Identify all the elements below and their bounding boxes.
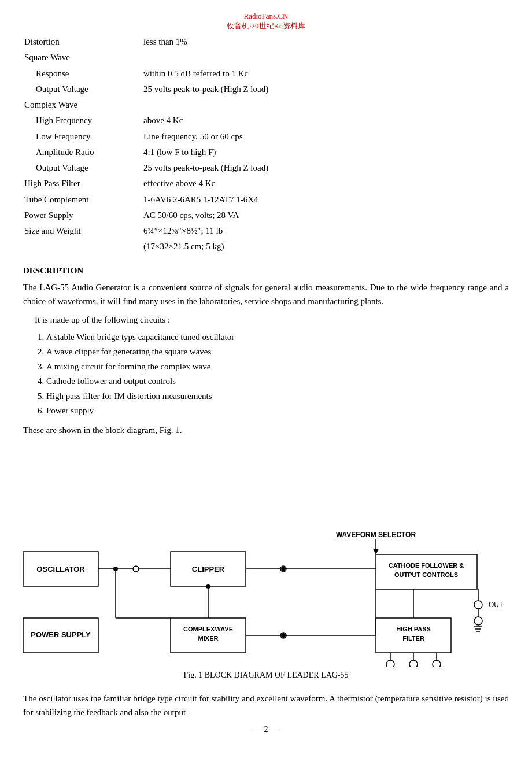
spec-value: (17×32×21.5 cm; 5 kg) xyxy=(141,239,508,254)
watermark: RadioFans.CN 收音机·20世纪Kc资料库 xyxy=(23,12,509,31)
closing-para: The oscillator uses the familiar bridge … xyxy=(23,691,509,719)
spec-row: Square Wave xyxy=(24,50,508,65)
spec-value xyxy=(141,98,508,112)
svg-marker-12 xyxy=(373,549,379,554)
spec-label: Power Supply xyxy=(24,208,140,223)
svg-point-52 xyxy=(281,633,286,638)
spec-row: Complex Wave xyxy=(24,98,508,112)
spec-row: Power SupplyAC 50/60 cps, volts; 28 VA xyxy=(24,208,508,223)
list-item: Cathode follower and output controls xyxy=(46,374,509,389)
watermark-line1: RadioFans.CN xyxy=(244,12,289,20)
list-item: Power supply xyxy=(46,404,509,419)
spec-label: Output Voltage xyxy=(24,82,140,97)
svg-text:FILTER: FILTER xyxy=(402,635,424,642)
page-number: — 2 — xyxy=(23,725,509,734)
spec-label: Low Frequency xyxy=(24,130,140,144)
spec-value xyxy=(141,50,508,65)
list-item: A mixing circuit for forming the complex… xyxy=(46,360,509,375)
spec-value: 6¾″×12⅝″×8½″; 11 lb xyxy=(141,224,508,238)
description-section: DESCRIPTION The LAG-55 Audio Generator i… xyxy=(23,266,509,437)
spec-value: less than 1% xyxy=(141,35,508,49)
svg-text:IN: IN xyxy=(388,667,395,667)
description-para1: The LAG-55 Audio Generator is a convenie… xyxy=(23,280,509,308)
svg-text:MIXER: MIXER xyxy=(198,635,219,642)
spec-label: Size and Weight xyxy=(24,224,140,238)
spec-value: 4:1 (low F to high F) xyxy=(141,145,508,160)
spec-label: High Pass Filter xyxy=(24,176,140,191)
block-diagram-svg-wrapper: OSCILLATOR CLIPPER WAVEFORM SELECTOR CAT… xyxy=(17,448,515,667)
spec-value: effective above 4 Kc xyxy=(141,176,508,191)
spec-label: Tube Complement xyxy=(24,193,140,207)
svg-text:CLIPPER: CLIPPER xyxy=(192,565,225,574)
svg-point-3 xyxy=(133,566,139,572)
spec-row: Distortionless than 1% xyxy=(24,35,508,49)
svg-text:POWER SUPPLY: POWER SUPPLY xyxy=(31,630,91,639)
list-item: A stable Wien bridge typs capacitance tu… xyxy=(46,330,509,345)
watermark-line2: 收音机·20世纪Kc资料库 xyxy=(227,21,305,30)
spec-row: Output Voltage25 volts peak-to-peak (Hig… xyxy=(24,82,508,97)
spec-row: (17×32×21.5 cm; 5 kg) xyxy=(24,239,508,254)
spec-row: Low FrequencyLine frequency, 50 or 60 cp… xyxy=(24,130,508,144)
spec-value: AC 50/60 cps, volts; 28 VA xyxy=(141,208,508,223)
description-after: These are shown in the block diagram, Fi… xyxy=(23,423,509,437)
spec-value: 25 volts peak-to-peak (High Z load) xyxy=(141,161,508,175)
spec-label: Response xyxy=(24,66,140,81)
spec-row: Output Voltage25 volts peak-to-peak (Hig… xyxy=(24,161,508,175)
svg-text:WAVEFORM SELECTOR: WAVEFORM SELECTOR xyxy=(336,531,416,539)
svg-point-50 xyxy=(206,584,210,589)
spec-label: Distortion xyxy=(24,35,140,49)
spec-value: above 4 Kc xyxy=(141,113,508,128)
svg-text:OUT: OUT xyxy=(433,667,448,667)
spec-row: Responsewithin 0.5 dB referred to 1 Kc xyxy=(24,66,508,81)
description-intro: It is made up of the following circuits … xyxy=(35,313,509,327)
spec-value: Line frequency, 50 or 60 cps xyxy=(141,130,508,144)
list-item: High pass filter for IM distortion measu… xyxy=(46,389,509,404)
svg-text:E: E xyxy=(412,667,416,667)
spec-label: Amplitude Ratio xyxy=(24,145,140,160)
svg-point-49 xyxy=(113,567,118,571)
svg-point-51 xyxy=(281,567,286,571)
spec-row: Amplitude Ratio4:1 (low F to high F) xyxy=(24,145,508,160)
spec-value: within 0.5 dB referred to 1 Kc xyxy=(141,66,508,81)
fig-caption: Fig. 1 BLOCK DIAGRAM OF LEADER LAG-55 xyxy=(183,671,348,680)
spec-label xyxy=(24,239,140,254)
svg-text:HIGH PASS: HIGH PASS xyxy=(396,626,431,633)
svg-point-32 xyxy=(474,617,482,625)
spec-row: High Frequencyabove 4 Kc xyxy=(24,113,508,128)
spec-value: 25 volts peak-to-peak (High Z load) xyxy=(141,82,508,97)
description-list: A stable Wien bridge typs capacitance tu… xyxy=(37,330,509,419)
list-item: A wave clipper for generating the square… xyxy=(46,345,509,360)
spec-row: Tube Complement1-6AV6 2-6AR5 1-12AT7 1-6… xyxy=(24,193,508,207)
spec-label: High Frequency xyxy=(24,113,140,128)
svg-text:CATHODE FOLLOWER &: CATHODE FOLLOWER & xyxy=(389,562,464,569)
spec-label: Square Wave xyxy=(24,50,140,65)
svg-point-29 xyxy=(474,601,482,609)
spec-row: High Pass Filtereffective above 4 Kc xyxy=(24,176,508,191)
spec-row: Size and Weight6¾″×12⅝″×8½″; 11 lb xyxy=(24,224,508,238)
svg-text:OSCILLATOR: OSCILLATOR xyxy=(36,565,85,574)
block-diagram-container: OSCILLATOR CLIPPER WAVEFORM SELECTOR CAT… xyxy=(23,448,509,688)
description-heading: DESCRIPTION xyxy=(23,266,509,276)
svg-text:OUTPUT CONTROLS: OUTPUT CONTROLS xyxy=(394,571,458,578)
block-diagram-svg: OSCILLATOR CLIPPER WAVEFORM SELECTOR CAT… xyxy=(17,448,515,667)
svg-text:OUT: OUT xyxy=(489,601,504,609)
spec-label: Output Voltage xyxy=(24,161,140,175)
svg-text:COMPLEXWAVE: COMPLEXWAVE xyxy=(183,626,233,633)
spec-label: Complex Wave xyxy=(24,98,140,112)
spec-value: 1-6AV6 2-6AR5 1-12AT7 1-6X4 xyxy=(141,193,508,207)
specs-table: Distortionless than 1%Square WaveRespons… xyxy=(23,34,509,256)
